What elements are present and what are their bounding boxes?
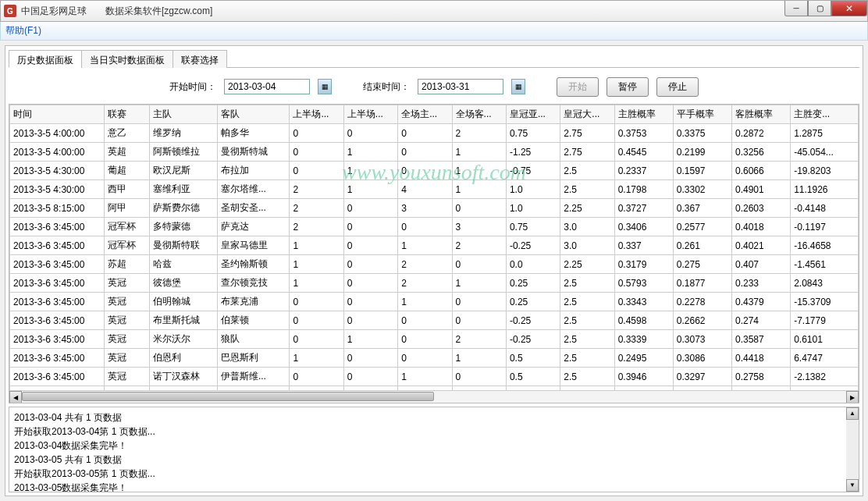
log-line: 开始获取2013-03-05第 1 页数据...: [14, 467, 854, 481]
table-cell: 1: [398, 293, 452, 311]
table-row[interactable]: 2013-3-5 4:30:00葡超欧汉尼斯布拉加0101-0.752.50.2…: [10, 162, 859, 180]
table-cell: 1: [343, 330, 397, 349]
table-cell: 0.5: [506, 349, 560, 368]
table-cell: 0.3086: [673, 349, 731, 368]
column-header[interactable]: 主胜变...: [791, 105, 859, 124]
table-cell: 1: [343, 162, 397, 180]
table-cell: 3: [452, 218, 506, 236]
column-header[interactable]: 主胜概率: [614, 105, 673, 124]
table-cell: 圣约翰斯顿: [217, 255, 290, 274]
scroll-track[interactable]: [22, 391, 846, 403]
end-date-label: 结束时间：: [363, 80, 410, 94]
table-cell: 葡超: [105, 162, 150, 180]
table-cell: 查尔顿竞技: [217, 274, 290, 293]
minimize-button[interactable]: ─: [784, 1, 808, 16]
table-cell: 0: [452, 368, 506, 386]
table-cell: 0.1877: [673, 274, 731, 293]
table-cell: 2.0843: [791, 274, 859, 293]
table-cell: 0: [290, 368, 343, 386]
column-header[interactable]: 时间: [10, 105, 105, 124]
table-cell: 0.2662: [673, 311, 731, 330]
table-row[interactable]: 2013-3-6 3:45:00英冠米尔沃尔狼队0102-0.252.50.33…: [10, 330, 859, 349]
table-row[interactable]: 2013-3-5 4:00:00英超阿斯顿维拉曼彻斯特城0101-1.252.7…: [10, 143, 859, 162]
table-row[interactable]: 2013-3-6 3:45:00英冠布里斯托城伯莱顿0000-0.252.50.…: [10, 311, 859, 330]
table-row[interactable]: 2013-3-6 3:45:00英冠彼德堡查尔顿竞技10210.252.50.5…: [10, 274, 859, 293]
close-button[interactable]: ✕: [831, 1, 867, 16]
end-date-input[interactable]: [418, 79, 503, 94]
table-row[interactable]: 2013-3-6 3:45:00冠军杯曼彻斯特联皇家马德里1012-0.253.…: [10, 236, 859, 255]
tab-2[interactable]: 联赛选择: [173, 50, 227, 68]
column-header[interactable]: 主队: [150, 105, 218, 124]
table-cell: 0.3179: [614, 255, 673, 274]
table-cell: 0.2337: [614, 162, 673, 180]
table-row[interactable]: 2013-3-5 8:15:00阿甲萨斯费尔德圣胡安圣...20301.02.2…: [10, 199, 859, 218]
table-cell: 0.274: [732, 311, 791, 330]
table-row[interactable]: 2013-3-6 3:45:00英冠诺丁汉森林伊普斯维...00100.52.5…: [10, 368, 859, 386]
table-cell: 英冠: [105, 349, 150, 368]
table-cell: 0.75: [506, 124, 560, 143]
table-cell: 维罗纳: [150, 124, 218, 143]
column-header[interactable]: 客队: [217, 105, 290, 124]
maximize-button[interactable]: ▢: [808, 1, 831, 16]
table-row[interactable]: 2013-3-5 4:00:00意乙维罗纳帕多华00020.752.750.37…: [10, 124, 859, 143]
column-header[interactable]: 联赛: [105, 105, 150, 124]
menu-help[interactable]: 帮助(F1): [5, 24, 41, 37]
table-cell: 0: [290, 124, 343, 143]
table-row[interactable]: 2013-3-5 4:30:00西甲塞维利亚塞尔塔维...21411.02.50…: [10, 180, 859, 199]
table-row[interactable]: 2013-3-6 3:45:00冠军杯多特蒙德萨克达20030.753.00.3…: [10, 218, 859, 236]
horizontal-scrollbar[interactable]: ◀ ▶: [9, 390, 859, 403]
start-button[interactable]: 开始: [557, 77, 599, 97]
table-cell: 英冠: [105, 330, 150, 349]
table-cell: 欧汉尼斯: [150, 162, 218, 180]
table-cell: 曼彻斯特联: [150, 236, 218, 255]
table-cell: 0.2278: [673, 293, 731, 311]
title-bar: G 中国足彩网足球 数据采集软件[zgzcw.com] ─ ▢ ✕: [0, 0, 868, 22]
table-cell: 2.5: [560, 162, 614, 180]
scroll-down-icon[interactable]: ▼: [846, 479, 859, 492]
table-cell: 6.4747: [791, 349, 859, 368]
scroll-thumb[interactable]: [22, 392, 434, 401]
table-cell: 0.4018: [732, 218, 791, 236]
table-cell: 2.5: [560, 293, 614, 311]
end-date-picker-icon[interactable]: ▦: [511, 79, 525, 94]
column-header[interactable]: 皇冠亚...: [506, 105, 560, 124]
pause-button[interactable]: 暂停: [607, 77, 649, 97]
column-header[interactable]: 全场客...: [452, 105, 506, 124]
scroll-left-icon[interactable]: ◀: [9, 391, 22, 403]
table-cell: 1.0: [506, 199, 560, 218]
table-row[interactable]: 2013-3-6 3:45:00英冠伯恩利巴恩斯利10010.52.50.249…: [10, 349, 859, 368]
table-cell: 2013-3-5 8:15:00: [10, 199, 105, 218]
table-cell: -0.75: [506, 162, 560, 180]
table-cell: 1: [290, 274, 343, 293]
log-line: 2013-03-04 共有 1 页数据: [14, 410, 854, 425]
table-scroll-area[interactable]: 时间联赛主队客队上半场...上半场...全场主...全场客...皇冠亚...皇冠…: [9, 105, 859, 390]
start-date-picker-icon[interactable]: ▦: [318, 79, 332, 94]
log-vertical-scrollbar[interactable]: ▲ ▼: [846, 407, 859, 492]
table-cell: 0.4021: [732, 236, 791, 255]
tab-0[interactable]: 历史数据面板: [9, 50, 82, 68]
start-date-input[interactable]: [224, 79, 310, 94]
table-cell: 1: [343, 143, 397, 162]
table-cell: 2.5: [560, 330, 614, 349]
stop-button[interactable]: 停止: [656, 77, 699, 97]
table-cell: 2.5: [560, 349, 614, 368]
table-cell: 2013-3-6 3:45:00: [10, 293, 105, 311]
scroll-right-icon[interactable]: ▶: [846, 391, 859, 403]
table-cell: -2.1382: [791, 368, 859, 386]
column-header[interactable]: 上半场...: [290, 105, 343, 124]
table-cell: 2: [452, 124, 506, 143]
column-header[interactable]: 平手概率: [673, 105, 731, 124]
table-cell: 萨克达: [217, 218, 290, 236]
scroll-up-icon[interactable]: ▲: [846, 407, 859, 420]
table-row[interactable]: 2013-3-6 3:45:00苏超哈兹圣约翰斯顿10200.02.250.31…: [10, 255, 859, 274]
column-header[interactable]: 上半场...: [343, 105, 397, 124]
tab-1[interactable]: 当日实时数据面板: [81, 50, 173, 68]
column-header[interactable]: 全场主...: [398, 105, 452, 124]
table-cell: -0.4148: [791, 199, 859, 218]
table-cell: 1: [452, 162, 506, 180]
table-cell: 0: [290, 311, 343, 330]
column-header[interactable]: 客胜概率: [732, 105, 791, 124]
table-cell: -0.25: [506, 311, 560, 330]
column-header[interactable]: 皇冠大...: [560, 105, 614, 124]
table-row[interactable]: 2013-3-6 3:45:00英冠伯明翰城布莱克浦00100.252.50.3…: [10, 293, 859, 311]
